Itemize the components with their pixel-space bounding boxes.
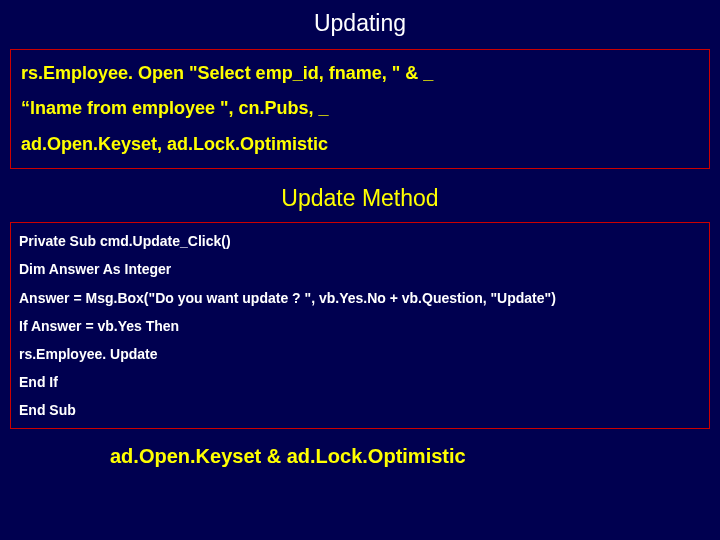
- code-box-open: rs.Employee. Open "Select emp_id, fname,…: [10, 49, 710, 169]
- slide-subtitle: Update Method: [0, 179, 720, 218]
- code-line: “lname from employee ", cn.Pubs, _: [21, 91, 699, 126]
- code-line: ad.Open.Keyset, ad.Lock.Optimistic: [21, 127, 699, 162]
- code-line: Answer = Msg.Box("Do you want update ? "…: [19, 284, 701, 312]
- code-line: End Sub: [19, 396, 701, 424]
- slide-title: Updating: [0, 0, 720, 45]
- footer-note: ad.Open.Keyset & ad.Lock.Optimistic: [0, 437, 720, 468]
- code-line: If Answer = vb.Yes Then: [19, 312, 701, 340]
- code-line: End If: [19, 368, 701, 396]
- code-line: rs.Employee. Open "Select emp_id, fname,…: [21, 56, 699, 91]
- code-box-update: Private Sub cmd.Update_Click() Dim Answe…: [10, 222, 710, 429]
- code-line: rs.Employee. Update: [19, 340, 701, 368]
- code-line: Private Sub cmd.Update_Click(): [19, 227, 701, 255]
- code-line: Dim Answer As Integer: [19, 255, 701, 283]
